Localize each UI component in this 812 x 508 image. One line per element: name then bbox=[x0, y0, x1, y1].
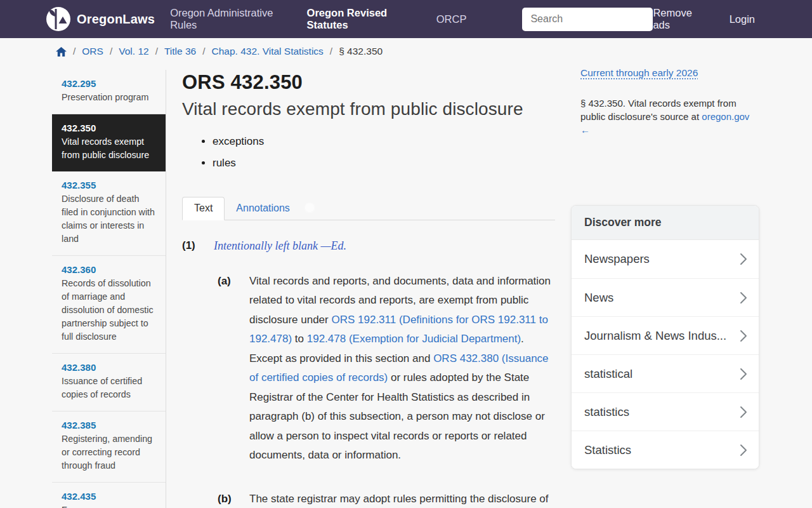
breadcrumb-separator: / bbox=[110, 46, 112, 57]
statute-item-title: Vital records exempt from public disclos… bbox=[62, 135, 157, 162]
statute-number-link[interactable]: 432.355 bbox=[62, 180, 157, 190]
discover-item[interactable]: Statistics bbox=[572, 431, 759, 469]
statute-number-link[interactable]: 432.360 bbox=[62, 264, 157, 275]
nav-oregon-revised-statutes[interactable]: Oregon Revised Statutes bbox=[307, 7, 417, 31]
statute-title-heading: Vital records exempt from public disclos… bbox=[182, 99, 555, 119]
remove-ads-link[interactable]: Remove ads bbox=[653, 7, 701, 31]
oregon-gov-link[interactable]: oregon.gov bbox=[702, 111, 749, 122]
paragraph-text-segment: Intentionally left blank —Ed. bbox=[214, 239, 346, 252]
statute-number-link[interactable]: 432.380 bbox=[62, 362, 157, 373]
statute-paragraph: (b)The state registrar may adopt rules p… bbox=[218, 490, 555, 508]
discover-item-label: Newspapers bbox=[584, 252, 650, 266]
discover-item[interactable]: statistical bbox=[572, 354, 759, 392]
search-input[interactable] bbox=[522, 8, 653, 31]
currency-link[interactable]: Current through early 2026 bbox=[580, 67, 698, 78]
breadcrumb-separator: / bbox=[330, 46, 332, 57]
chevron-right-icon bbox=[740, 253, 747, 265]
keyword-list: exceptionsrules bbox=[182, 135, 555, 170]
discover-item[interactable]: statistics bbox=[572, 392, 759, 431]
editor-note: Intentionally left blank —Ed. bbox=[214, 236, 517, 256]
statute-list-item[interactable]: 432.380Issuance of certified copies of r… bbox=[52, 353, 166, 411]
discover-list: NewspapersNewsJournalism & News Indus...… bbox=[572, 240, 759, 469]
statute-list-item[interactable]: 432.360Records of dissolution of marriag… bbox=[52, 255, 166, 353]
breadcrumb-home-link[interactable] bbox=[56, 47, 67, 57]
paragraph-label: (b) bbox=[218, 490, 249, 508]
statute-number-link[interactable]: 432.295 bbox=[62, 78, 157, 89]
discover-more-panel: Discover more NewspapersNewsJournalism &… bbox=[571, 205, 759, 469]
brand-logo[interactable]: OregonLaws bbox=[46, 6, 155, 32]
statute-item-title: Records of dissolution of marriage and d… bbox=[62, 277, 157, 344]
breadcrumb-separator: / bbox=[202, 46, 205, 57]
source-back-arrow[interactable]: ← bbox=[580, 124, 590, 135]
chevron-right-icon bbox=[740, 368, 747, 380]
breadcrumb-separator: / bbox=[155, 46, 158, 57]
statute-paragraph: (a)Vital records and reports, and docume… bbox=[218, 272, 555, 465]
chevron-right-icon bbox=[740, 291, 747, 304]
breadcrumb-separator: / bbox=[73, 46, 75, 57]
discover-item-label: Statistics bbox=[584, 443, 631, 457]
breadcrumb-link[interactable]: ORS bbox=[82, 46, 103, 57]
statute-list-item[interactable]: 432.295Preservation program bbox=[52, 70, 166, 114]
paragraph-text-segment: or rules adopted by the State Registrar … bbox=[249, 371, 545, 461]
source-note: § 432.350. Vital records exempt from pub… bbox=[580, 97, 753, 137]
paragraph-label: (1) bbox=[182, 236, 214, 256]
brand-name: OregonLaws bbox=[77, 12, 155, 27]
tab-text[interactable]: Text bbox=[182, 197, 225, 220]
main-content: ORS 432.350 Vital records exempt from pu… bbox=[182, 71, 555, 508]
statute-list-item-selected[interactable]: 432.350Vital records exempt from public … bbox=[52, 114, 166, 171]
paragraph-text: The state registrar may adopt rules perm… bbox=[249, 490, 553, 508]
nav-orcp[interactable]: ORCP bbox=[436, 13, 467, 25]
breadcrumb: /ORS/Vol. 12/Title 36/Chap. 432. Vital S… bbox=[0, 38, 812, 65]
paragraph-text-segment: The state registrar may adopt rules perm… bbox=[249, 493, 549, 508]
breadcrumb-link[interactable]: Title 36 bbox=[164, 46, 196, 57]
statute-cross-reference-link[interactable]: 192.478 (Exemption for Judicial Departme… bbox=[307, 333, 521, 345]
discover-item-label: statistical bbox=[584, 367, 632, 381]
discover-item[interactable]: News bbox=[572, 278, 759, 316]
breadcrumb-current: § 432.350 bbox=[339, 46, 383, 57]
statute-item-title: Disclosure of death filed in conjunction… bbox=[62, 192, 157, 246]
breadcrumb-link[interactable]: Chap. 432. Vital Statistics bbox=[212, 46, 324, 57]
paragraph-text-segment: to bbox=[292, 333, 307, 345]
breadcrumb-link[interactable]: Vol. 12 bbox=[119, 46, 148, 57]
top-header: OregonLaws Oregon Administrative Rules O… bbox=[0, 0, 812, 38]
discover-more-title: Discover more bbox=[572, 206, 759, 240]
discover-item[interactable]: Newspapers bbox=[572, 240, 759, 278]
breadcrumb-items: /ORS/Vol. 12/Title 36/Chap. 432. Vital S… bbox=[67, 46, 383, 57]
statute-list-item[interactable]: 432.435Fees bbox=[52, 482, 166, 508]
annotations-loading-badge bbox=[305, 203, 314, 212]
statute-item-title: Issuance of certified copies of records bbox=[62, 375, 157, 401]
tab-annotations[interactable]: Annotations bbox=[225, 197, 301, 220]
statute-number-link[interactable]: 432.385 bbox=[62, 420, 157, 431]
statute-body: (1)Intentionally left blank —Ed.(a)Vital… bbox=[182, 236, 555, 508]
oregonlaws-logo-icon bbox=[46, 6, 71, 32]
login-link[interactable]: Login bbox=[730, 13, 755, 25]
discover-item-label: News bbox=[584, 291, 613, 305]
home-icon bbox=[56, 47, 67, 57]
statute-number-link[interactable]: 432.350 bbox=[62, 123, 157, 133]
statute-list-item[interactable]: 432.355Disclosure of death filed in conj… bbox=[52, 171, 166, 255]
chevron-right-icon bbox=[740, 444, 747, 457]
statute-number-heading: ORS 432.350 bbox=[182, 71, 555, 94]
statute-number-link[interactable]: 432.435 bbox=[62, 491, 157, 502]
chevron-right-icon bbox=[740, 406, 747, 418]
aside-meta: Current through early 2026 § 432.350. Vi… bbox=[580, 67, 753, 137]
discover-item-label: statistics bbox=[584, 405, 629, 419]
statute-list: 432.295Preservation program432.350Vital … bbox=[52, 70, 166, 508]
keyword-item: rules bbox=[213, 157, 555, 170]
statute-item-title: Fees bbox=[62, 504, 157, 508]
statute-paragraph: (1)Intentionally left blank —Ed. bbox=[182, 236, 555, 256]
paragraph-label: (a) bbox=[218, 272, 249, 465]
discover-item[interactable]: Journalism & News Indus... bbox=[572, 316, 759, 354]
paragraph-text: Vital records and reports, and documents… bbox=[249, 272, 553, 465]
tab-row: TextAnnotations bbox=[182, 197, 555, 220]
statute-item-title: Preservation program bbox=[62, 91, 157, 104]
header-links: Remove ads Login bbox=[653, 7, 755, 31]
chevron-right-icon bbox=[740, 330, 747, 342]
statute-list-item[interactable]: 432.385Registering, amending or correcti… bbox=[52, 411, 166, 482]
discover-item-label: Journalism & News Indus... bbox=[584, 329, 726, 343]
primary-nav: Oregon Administrative Rules Oregon Revis… bbox=[170, 7, 466, 31]
statute-item-title: Registering, amending or correcting reco… bbox=[62, 432, 157, 472]
nav-oregon-administrative-rules[interactable]: Oregon Administrative Rules bbox=[170, 7, 287, 31]
keyword-item: exceptions bbox=[213, 135, 555, 148]
